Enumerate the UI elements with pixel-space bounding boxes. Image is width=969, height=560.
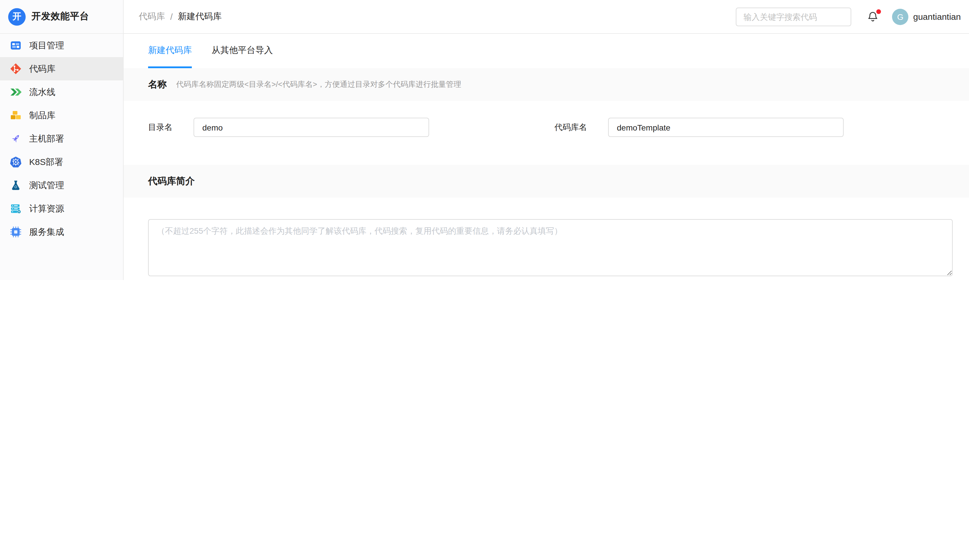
sidebar-item-label: 制品库 [29, 110, 55, 121]
sidebar-item-pipeline[interactable]: 流水线 [0, 80, 123, 104]
app-title: 开发效能平台 [32, 10, 89, 23]
section-description: 代码库名称固定两级<目录名>/<代码库名>，方便通过目录对多个代码库进行批量管理 [176, 79, 461, 90]
sidebar-item-service-integration[interactable]: 服务集成 [0, 220, 123, 244]
directory-name-label: 目录名 [148, 122, 173, 133]
sidebar-nav: 项目管理 代码库 流水线 制品库 [0, 34, 123, 280]
directory-name-input[interactable] [193, 118, 429, 137]
compute-icon [10, 203, 22, 214]
sidebar-item-compute[interactable]: 计算资源 [0, 197, 123, 220]
k8s-icon [10, 156, 22, 168]
pipeline-icon [10, 86, 22, 98]
repo-icon [10, 63, 22, 75]
sidebar-item-repos[interactable]: 代码库 [0, 57, 123, 80]
service-icon [10, 226, 22, 238]
sidebar-item-projects[interactable]: 项目管理 [0, 34, 123, 57]
sidebar-item-label: 流水线 [29, 86, 55, 98]
sidebar: 开 开发效能平台 项目管理 代码库 流水线 [0, 0, 123, 280]
app-logo-icon: 开 [8, 8, 26, 25]
breadcrumb-separator: / [170, 12, 173, 22]
sidebar-item-artifacts[interactable]: 制品库 [0, 104, 123, 127]
intro-area [123, 198, 969, 280]
code-search-input[interactable] [736, 7, 851, 26]
breadcrumb-current: 新建代码库 [178, 11, 221, 22]
sidebar-item-k8s-deploy[interactable]: K8S部署 [0, 150, 123, 174]
sidebar-item-label: 计算资源 [29, 203, 64, 214]
sidebar-item-label: K8S部署 [29, 156, 63, 168]
avatar[interactable]: G [892, 8, 909, 25]
sidebar-item-label: 代码库 [29, 63, 55, 74]
sidebar-item-label: 测试管理 [29, 180, 64, 191]
repo-name-label: 代码库名 [554, 122, 587, 133]
directory-field-group: 目录名 [148, 118, 429, 137]
sidebar-item-label: 主机部署 [29, 133, 64, 144]
notification-dot [877, 9, 881, 14]
projects-icon [10, 40, 22, 51]
repo-field-group: 代码库名 [554, 118, 844, 137]
sidebar-item-host-deploy[interactable]: 主机部署 [0, 127, 123, 150]
repo-intro-textarea[interactable] [148, 219, 953, 276]
topbar: 代码库 / 新建代码库 G guantiantian [123, 0, 969, 34]
section-intro-header: 代码库简介 [123, 165, 969, 198]
section-title: 名称 [148, 78, 167, 91]
sidebar-item-label: 项目管理 [29, 40, 64, 51]
app-window: 开 开发效能平台 项目管理 代码库 流水线 [0, 0, 969, 280]
test-icon [10, 179, 22, 191]
tabs-bar: 新建代码库 从其他平台导入 [123, 34, 969, 68]
sidebar-item-label: 服务集成 [29, 226, 64, 238]
name-fields-row: 目录名 代码库名 [123, 101, 969, 165]
host-deploy-icon [10, 133, 22, 145]
tab-new-repo[interactable]: 新建代码库 [148, 34, 192, 68]
section-title: 代码库简介 [148, 175, 195, 187]
breadcrumb: 代码库 / 新建代码库 [139, 11, 221, 22]
repo-name-input[interactable] [608, 118, 844, 137]
main-area: 代码库 / 新建代码库 G guantiantian 新建代码库 从其他平台导入… [123, 0, 969, 280]
artifacts-icon [10, 110, 22, 121]
section-name-header: 名称 代码库名称固定两级<目录名>/<代码库名>，方便通过目录对多个代码库进行批… [123, 68, 969, 101]
app-logo-row: 开 开发效能平台 [0, 0, 123, 34]
username: guantiantian [913, 12, 961, 22]
notification-bell[interactable] [867, 10, 879, 23]
tab-import-from-other[interactable]: 从其他平台导入 [211, 34, 273, 68]
breadcrumb-parent[interactable]: 代码库 [139, 11, 165, 22]
sidebar-item-testing[interactable]: 测试管理 [0, 174, 123, 197]
